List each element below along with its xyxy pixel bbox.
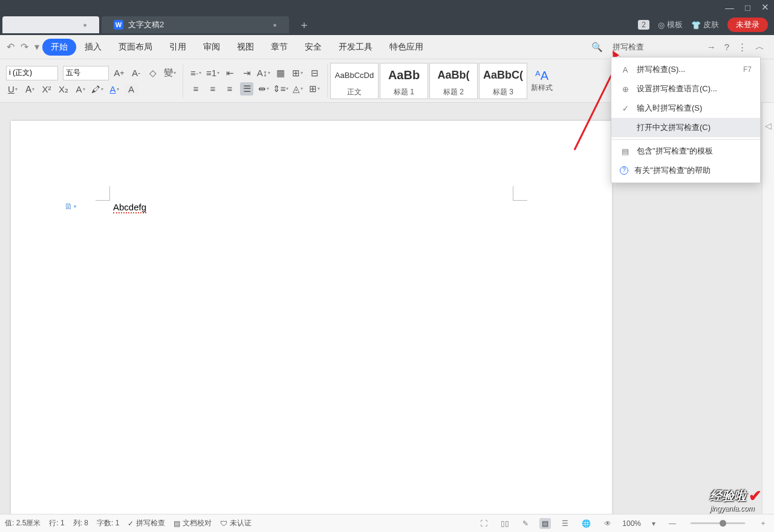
- minimize-button[interactable]: —: [725, 2, 734, 13]
- collapse-ribbon-icon[interactable]: ︿: [753, 40, 767, 54]
- outdent-icon[interactable]: ⇤: [223, 66, 236, 80]
- document-text[interactable]: Abcdefg: [113, 202, 146, 212]
- web-icon[interactable]: 🌐: [579, 518, 593, 529]
- menu-view[interactable]: 视图: [229, 39, 262, 56]
- skin-button[interactable]: 👕皮肤: [691, 19, 719, 30]
- menu-apps[interactable]: 特色应用: [381, 39, 432, 56]
- spellcheck-icon: A: [620, 65, 631, 74]
- eye-icon[interactable]: 👁: [602, 518, 614, 529]
- new-style-button[interactable]: ᴬA 新样式: [527, 68, 556, 93]
- style-heading1[interactable]: AaBb 标题 1: [380, 63, 428, 99]
- template-button[interactable]: ◎模板: [658, 19, 683, 30]
- maximize-button[interactable]: □: [745, 2, 750, 13]
- borders-icon[interactable]: ⊞▾: [308, 82, 321, 96]
- status-col[interactable]: 列: 8: [73, 518, 88, 528]
- tab-home[interactable]: ●: [2, 16, 99, 33]
- close-button[interactable]: ✕: [761, 2, 769, 13]
- highlight-icon[interactable]: 🖍▾: [91, 83, 104, 96]
- shield-icon: 🛡: [220, 519, 227, 528]
- tab-close-icon[interactable]: ●: [273, 21, 277, 28]
- text-direction-icon[interactable]: A↕▾: [257, 66, 270, 80]
- read-icon[interactable]: ▯▯: [498, 518, 512, 529]
- add-tab-button[interactable]: ＋: [299, 18, 310, 32]
- zoom-down-icon[interactable]: ▾: [649, 518, 658, 529]
- menu-start[interactable]: 开始: [42, 39, 76, 56]
- dd-spellcheck[interactable]: A 拼写检查(S)... F7: [611, 60, 760, 79]
- style-heading2[interactable]: AaBb( 标题 2: [429, 63, 478, 99]
- style-normal[interactable]: AaBbCcDd 正文: [330, 63, 379, 99]
- redo-button[interactable]: ↷: [18, 41, 31, 53]
- menu-section[interactable]: 章节: [262, 39, 296, 56]
- align-left-icon[interactable]: ≡: [189, 82, 203, 96]
- menu-reference[interactable]: 引用: [161, 39, 195, 56]
- font-name-select[interactable]: [6, 66, 58, 80]
- align-center-icon[interactable]: ≡: [206, 82, 220, 96]
- ruby-icon[interactable]: ▦: [274, 66, 287, 80]
- fullscreen-icon[interactable]: ⛶: [478, 518, 490, 529]
- underline-icon[interactable]: U▾: [6, 83, 19, 96]
- tab-dirty-icon: ●: [83, 21, 87, 28]
- style-heading3[interactable]: AaBbC( 标题 3: [479, 63, 527, 99]
- search-input[interactable]: [608, 40, 698, 54]
- clear-format-icon[interactable]: ◇: [146, 66, 160, 80]
- login-button[interactable]: 未登录: [727, 18, 768, 32]
- indent-icon[interactable]: ⇥: [240, 66, 253, 80]
- nav-dropdown[interactable]: ▾: [31, 41, 42, 53]
- print-layout-icon[interactable]: ▤: [539, 518, 551, 529]
- panel-expand-icon[interactable]: ◁: [765, 121, 772, 131]
- spellcheck-icon: ✓: [128, 519, 134, 528]
- menu-devtools[interactable]: 开发工具: [330, 39, 381, 56]
- dd-spell-templates[interactable]: ▤ 包含"拼写检查"的模板: [611, 141, 760, 161]
- grow-font-icon[interactable]: A+: [112, 66, 126, 80]
- status-spell[interactable]: ✓拼写检查: [128, 518, 165, 528]
- page[interactable]: 🗎▾ Abcdefg: [11, 121, 612, 514]
- zoom-in-icon[interactable]: ＋: [757, 517, 769, 530]
- menu-layout[interactable]: 页面布局: [110, 39, 161, 56]
- subscript-icon[interactable]: X₂: [57, 83, 70, 96]
- zoom-value[interactable]: 100%: [622, 519, 641, 528]
- status-cert[interactable]: 🛡未认证: [220, 518, 252, 528]
- undo-button[interactable]: ↶: [4, 41, 18, 53]
- status-pos[interactable]: 值: 2.5厘米: [5, 518, 41, 528]
- line-spacing-icon[interactable]: ⇕≡▾: [274, 82, 287, 96]
- bullets-icon[interactable]: ≡·▾: [189, 66, 203, 80]
- go-arrow-icon[interactable]: →: [704, 41, 718, 53]
- align-right-icon[interactable]: ≡: [223, 82, 236, 96]
- justify-icon[interactable]: ☰: [240, 82, 253, 96]
- menu-security[interactable]: 安全: [296, 39, 330, 56]
- dd-spell-typing[interactable]: ✓ 输入时拼写检查(S): [611, 99, 760, 118]
- menu-insert[interactable]: 插入: [76, 39, 110, 56]
- more-icon[interactable]: ⋮: [735, 41, 749, 54]
- menu-review[interactable]: 审阅: [195, 39, 229, 56]
- status-proof[interactable]: ▤文档校对: [174, 518, 212, 528]
- help-icon[interactable]: ?: [722, 41, 732, 53]
- notif-badge[interactable]: 2: [638, 20, 649, 30]
- outline-icon[interactable]: ☰: [559, 518, 571, 529]
- status-row[interactable]: 行: 1: [49, 518, 64, 528]
- shading-icon[interactable]: ◬▾: [291, 82, 304, 96]
- shrink-font-icon[interactable]: A-: [129, 66, 143, 80]
- doc-tag-icon[interactable]: 🗎▾: [64, 201, 76, 211]
- fit-text-icon[interactable]: ⊟: [308, 66, 321, 80]
- zoom-slider[interactable]: [691, 522, 745, 524]
- font-color-icon[interactable]: A▾: [108, 83, 121, 96]
- dd-spell-chinese[interactable]: 打开中文拼写检查(C): [611, 118, 760, 137]
- check-icon: ✓: [620, 104, 631, 113]
- numbering-icon[interactable]: ≡1▾: [206, 66, 220, 80]
- text-effects-icon[interactable]: A▾: [74, 83, 87, 96]
- strikethrough-icon[interactable]: A̵▾: [23, 83, 36, 96]
- document-tabs: ● W 文字文稿2 ● ＋ 2 ◎模板 👕皮肤 未登录: [0, 15, 774, 35]
- char-shading-icon[interactable]: A: [125, 83, 138, 96]
- phonetic-icon[interactable]: 變▾: [163, 66, 177, 80]
- template-icon: ◎: [658, 21, 665, 30]
- edit-icon[interactable]: ✎: [520, 518, 531, 529]
- status-words[interactable]: 字数: 1: [97, 518, 119, 528]
- char-border-icon[interactable]: ⊞▾: [291, 66, 304, 80]
- tab-document[interactable]: W 文字文稿2 ●: [102, 16, 289, 33]
- distribute-icon[interactable]: ⇹▾: [257, 82, 270, 96]
- superscript-icon[interactable]: X²: [40, 83, 53, 96]
- dd-spell-lang[interactable]: ⊕ 设置拼写检查语言(C)...: [611, 79, 760, 99]
- dd-spell-help[interactable]: ? 有关"拼写检查"的帮助: [611, 161, 760, 180]
- zoom-out-icon[interactable]: —: [666, 518, 678, 529]
- font-size-select[interactable]: [63, 66, 109, 80]
